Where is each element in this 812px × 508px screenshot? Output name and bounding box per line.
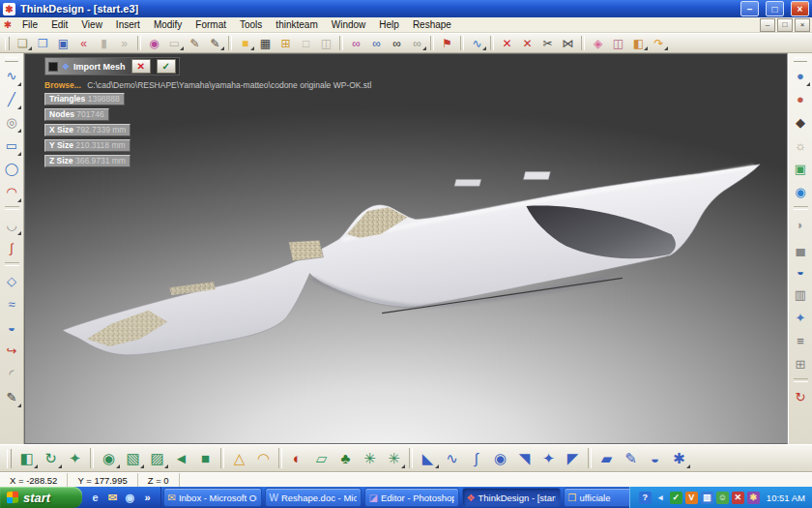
tray-network-icon[interactable]: ✕ xyxy=(732,492,744,504)
import-box-icon[interactable]: ⊞ xyxy=(276,35,296,51)
gem-icon[interactable]: ◉ xyxy=(791,180,811,203)
render-sphere-icon[interactable]: ● xyxy=(791,64,811,87)
trim-curve-icon[interactable]: ✂ xyxy=(537,35,558,51)
redo-all-disabled-icon[interactable]: » xyxy=(114,35,134,51)
overflow-chevron-icon[interactable]: » xyxy=(140,491,155,505)
surface-bend-icon[interactable]: ∿ xyxy=(440,447,464,469)
taskbar-button-inbox-microsoft-out[interactable]: ✉Inbox - Microsoft Out... xyxy=(163,488,262,507)
tray-update-icon[interactable]: ✓ xyxy=(670,492,682,504)
select-rect-disabled-icon[interactable]: ▭ xyxy=(164,35,185,51)
texture-noise-icon[interactable]: ▦ xyxy=(255,35,276,51)
open-folder-icon[interactable]: ❒ xyxy=(33,35,53,51)
copy-box-disabled-icon[interactable]: ◫ xyxy=(316,35,336,51)
surface-expand-icon[interactable]: ✦ xyxy=(536,447,561,469)
roll-disabled-icon[interactable]: ▮ xyxy=(94,35,114,51)
menu-format[interactable]: Format xyxy=(188,19,233,30)
render-mode-plain-icon[interactable]: ∞ xyxy=(407,35,427,51)
tree-icon[interactable]: ♣ xyxy=(334,447,358,469)
ellipse-icon[interactable]: ◯ xyxy=(2,157,22,180)
edges-cube-icon[interactable]: ◧ xyxy=(628,35,649,51)
minimize-button[interactable]: – xyxy=(740,1,759,16)
media-player-icon[interactable]: ◉ xyxy=(123,491,137,505)
pen-edit-icon[interactable]: ✎ xyxy=(205,35,225,51)
view-side-icon[interactable]: ▨ xyxy=(145,447,169,469)
surface-edit-icon[interactable]: ✎ xyxy=(619,447,643,469)
sweep-brush-icon[interactable]: ↷ xyxy=(649,35,669,51)
s-curve-icon[interactable]: ∫ xyxy=(2,236,22,259)
material-sphere-icon[interactable]: ● xyxy=(791,87,811,110)
sketch-pencil-icon[interactable]: ✎ xyxy=(2,385,22,408)
mdi-minimize-button[interactable]: – xyxy=(760,18,775,32)
surface-corner-icon[interactable]: ◣ xyxy=(416,447,440,469)
lens-icon[interactable]: ◒ xyxy=(791,259,811,283)
surface-disc-icon[interactable]: ◒ xyxy=(643,447,667,469)
bottle-icon[interactable]: ◒ xyxy=(2,315,22,339)
delete-new-icon[interactable]: ✕ xyxy=(517,35,537,51)
dome-icon[interactable]: ◠ xyxy=(251,447,276,469)
tray-virusscan-icon[interactable]: V xyxy=(685,492,698,504)
taskbar-button-thinkdesign-start[interactable]: ❖ThinkDesign - [start... xyxy=(462,488,561,507)
clay-roller-icon[interactable]: ◗ xyxy=(791,213,811,236)
render-mode-dark-icon[interactable]: ∞ xyxy=(387,35,407,51)
mesh-array-icon[interactable]: ✳ xyxy=(382,447,406,469)
restore-button[interactable]: □ xyxy=(766,1,784,16)
tray-display-icon[interactable]: ▥ xyxy=(701,492,713,504)
tray-help-icon[interactable]: ? xyxy=(639,492,652,504)
surface-stitch-icon[interactable]: ▰ xyxy=(594,447,619,469)
zoom-view-icon[interactable]: ◉ xyxy=(97,447,121,469)
undo-all-icon[interactable]: « xyxy=(73,35,94,51)
viewport-3d[interactable]: ❖ Import Mesh ✕ ✓ Browse... C:\cad\Demo\… xyxy=(24,53,788,444)
plane-icon[interactable]: ▱ xyxy=(309,447,334,469)
fillet-icon[interactable]: ◠ xyxy=(2,180,22,203)
menu-window[interactable]: Window xyxy=(325,19,373,30)
lights-icon[interactable]: ☼ xyxy=(791,134,811,157)
taskbar-button-ufficiale[interactable]: ❒ufficiale xyxy=(564,488,629,507)
column-icon[interactable]: ▥ xyxy=(791,283,811,306)
line-icon[interactable]: ╱ xyxy=(2,87,22,110)
shade-toggle-icon[interactable]: ◐ xyxy=(285,447,309,469)
outlook-icon[interactable]: ✉ xyxy=(105,491,120,505)
menu-help[interactable]: Help xyxy=(372,19,406,30)
shaded-cube-icon[interactable]: ■ xyxy=(235,35,255,51)
surface-flip-icon[interactable]: ◥ xyxy=(512,447,536,469)
freeform-icon[interactable]: ≈ xyxy=(2,292,22,315)
tray-chevron-icon[interactable]: ◂ xyxy=(654,492,667,504)
open-box-icon[interactable]: △ xyxy=(227,447,251,469)
mesh-pack-icon[interactable]: ✳ xyxy=(358,447,382,469)
toolbox-icon[interactable]: ⊞ xyxy=(791,352,811,375)
copy-compare-icon[interactable]: ◫ xyxy=(608,35,628,51)
panel-confirm-button[interactable]: ✓ xyxy=(157,59,176,74)
delete-icon[interactable]: ✕ xyxy=(497,35,517,51)
thread-icon[interactable]: ≡ xyxy=(791,329,811,352)
surface-curve-icon[interactable]: ∫ xyxy=(464,447,488,469)
render-mode-blue-icon[interactable]: ∞ xyxy=(366,35,387,51)
stamp-icon[interactable]: ▄ xyxy=(791,236,811,259)
arc-icon[interactable]: ◜ xyxy=(2,362,22,385)
control-curve-icon[interactable]: ◡ xyxy=(2,213,22,236)
spline-icon[interactable]: ∿ xyxy=(2,64,22,87)
mdi-close-button[interactable]: × xyxy=(795,18,810,32)
panel-cancel-button[interactable]: ✕ xyxy=(131,59,151,74)
explode-view-icon[interactable]: ✦ xyxy=(63,447,87,469)
close-button[interactable]: × xyxy=(791,1,809,16)
taskbar-button-editor-photoshop-el[interactable]: ◪Editor - Photoshop El... xyxy=(364,488,459,507)
import-mesh-header[interactable]: ❖ Import Mesh ✕ ✓ xyxy=(44,57,180,75)
menu-file[interactable]: File xyxy=(15,19,44,30)
toolbar-grip[interactable] xyxy=(5,37,10,50)
circle-icon[interactable]: ◎ xyxy=(2,110,22,134)
start-button[interactable]: start xyxy=(0,487,82,508)
taskbar-button-reshape-doc-micros[interactable]: WReshape.doc - Micros... xyxy=(265,488,362,507)
menu-modify[interactable]: Modify xyxy=(147,19,188,30)
menu-edit[interactable]: Edit xyxy=(44,19,74,30)
menu-view[interactable]: View xyxy=(74,19,109,30)
menu-insert[interactable]: Insert xyxy=(109,19,147,30)
material-box-icon[interactable]: ▣ xyxy=(791,157,811,180)
material-wedge-icon[interactable]: ◆ xyxy=(791,110,811,134)
mesh-body[interactable] xyxy=(63,164,760,355)
toolbar-grip[interactable] xyxy=(5,57,18,62)
surface-mesh-icon[interactable]: ✱ xyxy=(667,447,691,469)
wire-gem-icon[interactable]: ◈ xyxy=(588,35,608,51)
menu-reshape[interactable]: Reshape xyxy=(406,19,458,30)
tray-messenger-icon[interactable]: ☺ xyxy=(716,492,729,504)
split-curve-icon[interactable]: ⋈ xyxy=(558,35,578,51)
